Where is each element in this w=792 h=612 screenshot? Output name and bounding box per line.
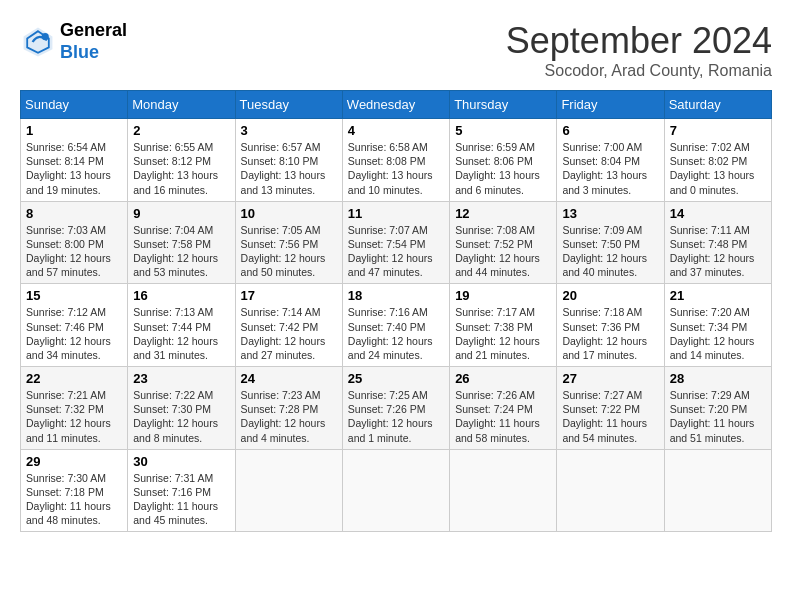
calendar-cell: 25Sunrise: 7:25 AM Sunset: 7:26 PM Dayli… xyxy=(342,367,449,450)
day-number: 2 xyxy=(133,123,229,138)
day-info: Sunrise: 7:25 AM Sunset: 7:26 PM Dayligh… xyxy=(348,388,444,445)
logo: General Blue xyxy=(20,20,127,63)
calendar-cell: 6Sunrise: 7:00 AM Sunset: 8:04 PM Daylig… xyxy=(557,119,664,202)
title-block: September 2024 Socodor, Arad County, Rom… xyxy=(506,20,772,80)
calendar-cell: 27Sunrise: 7:27 AM Sunset: 7:22 PM Dayli… xyxy=(557,367,664,450)
col-friday: Friday xyxy=(557,91,664,119)
day-info: Sunrise: 7:00 AM Sunset: 8:04 PM Dayligh… xyxy=(562,140,658,197)
logo-text: General Blue xyxy=(60,20,127,63)
calendar-cell: 28Sunrise: 7:29 AM Sunset: 7:20 PM Dayli… xyxy=(664,367,771,450)
day-number: 7 xyxy=(670,123,766,138)
calendar-cell xyxy=(557,449,664,532)
day-number: 24 xyxy=(241,371,337,386)
day-number: 25 xyxy=(348,371,444,386)
calendar-cell: 13Sunrise: 7:09 AM Sunset: 7:50 PM Dayli… xyxy=(557,201,664,284)
calendar-cell: 19Sunrise: 7:17 AM Sunset: 7:38 PM Dayli… xyxy=(450,284,557,367)
day-number: 10 xyxy=(241,206,337,221)
day-info: Sunrise: 7:13 AM Sunset: 7:44 PM Dayligh… xyxy=(133,305,229,362)
day-info: Sunrise: 7:17 AM Sunset: 7:38 PM Dayligh… xyxy=(455,305,551,362)
day-number: 30 xyxy=(133,454,229,469)
calendar-cell: 23Sunrise: 7:22 AM Sunset: 7:30 PM Dayli… xyxy=(128,367,235,450)
day-number: 28 xyxy=(670,371,766,386)
day-info: Sunrise: 7:26 AM Sunset: 7:24 PM Dayligh… xyxy=(455,388,551,445)
col-monday: Monday xyxy=(128,91,235,119)
svg-point-2 xyxy=(42,33,49,40)
day-info: Sunrise: 7:02 AM Sunset: 8:02 PM Dayligh… xyxy=(670,140,766,197)
day-number: 22 xyxy=(26,371,122,386)
calendar-cell: 4Sunrise: 6:58 AM Sunset: 8:08 PM Daylig… xyxy=(342,119,449,202)
calendar-cell: 30Sunrise: 7:31 AM Sunset: 7:16 PM Dayli… xyxy=(128,449,235,532)
calendar-cell xyxy=(342,449,449,532)
day-number: 9 xyxy=(133,206,229,221)
calendar-row-1: 1Sunrise: 6:54 AM Sunset: 8:14 PM Daylig… xyxy=(21,119,772,202)
calendar-cell: 3Sunrise: 6:57 AM Sunset: 8:10 PM Daylig… xyxy=(235,119,342,202)
day-number: 1 xyxy=(26,123,122,138)
day-number: 17 xyxy=(241,288,337,303)
calendar-cell: 29Sunrise: 7:30 AM Sunset: 7:18 PM Dayli… xyxy=(21,449,128,532)
month-title: September 2024 xyxy=(506,20,772,62)
day-number: 16 xyxy=(133,288,229,303)
day-number: 19 xyxy=(455,288,551,303)
day-info: Sunrise: 7:27 AM Sunset: 7:22 PM Dayligh… xyxy=(562,388,658,445)
calendar-cell: 12Sunrise: 7:08 AM Sunset: 7:52 PM Dayli… xyxy=(450,201,557,284)
day-info: Sunrise: 7:09 AM Sunset: 7:50 PM Dayligh… xyxy=(562,223,658,280)
day-info: Sunrise: 7:30 AM Sunset: 7:18 PM Dayligh… xyxy=(26,471,122,528)
calendar-cell: 22Sunrise: 7:21 AM Sunset: 7:32 PM Dayli… xyxy=(21,367,128,450)
day-info: Sunrise: 6:54 AM Sunset: 8:14 PM Dayligh… xyxy=(26,140,122,197)
calendar-cell: 15Sunrise: 7:12 AM Sunset: 7:46 PM Dayli… xyxy=(21,284,128,367)
day-info: Sunrise: 6:57 AM Sunset: 8:10 PM Dayligh… xyxy=(241,140,337,197)
day-info: Sunrise: 7:20 AM Sunset: 7:34 PM Dayligh… xyxy=(670,305,766,362)
day-number: 20 xyxy=(562,288,658,303)
day-info: Sunrise: 7:18 AM Sunset: 7:36 PM Dayligh… xyxy=(562,305,658,362)
day-info: Sunrise: 7:29 AM Sunset: 7:20 PM Dayligh… xyxy=(670,388,766,445)
calendar-cell: 18Sunrise: 7:16 AM Sunset: 7:40 PM Dayli… xyxy=(342,284,449,367)
calendar-cell: 5Sunrise: 6:59 AM Sunset: 8:06 PM Daylig… xyxy=(450,119,557,202)
day-info: Sunrise: 7:31 AM Sunset: 7:16 PM Dayligh… xyxy=(133,471,229,528)
calendar-cell: 21Sunrise: 7:20 AM Sunset: 7:34 PM Dayli… xyxy=(664,284,771,367)
day-number: 4 xyxy=(348,123,444,138)
calendar-table: Sunday Monday Tuesday Wednesday Thursday… xyxy=(20,90,772,532)
day-number: 15 xyxy=(26,288,122,303)
day-number: 29 xyxy=(26,454,122,469)
col-wednesday: Wednesday xyxy=(342,91,449,119)
day-info: Sunrise: 6:58 AM Sunset: 8:08 PM Dayligh… xyxy=(348,140,444,197)
calendar-cell: 8Sunrise: 7:03 AM Sunset: 8:00 PM Daylig… xyxy=(21,201,128,284)
calendar-cell: 16Sunrise: 7:13 AM Sunset: 7:44 PM Dayli… xyxy=(128,284,235,367)
col-saturday: Saturday xyxy=(664,91,771,119)
day-info: Sunrise: 7:16 AM Sunset: 7:40 PM Dayligh… xyxy=(348,305,444,362)
calendar-row-5: 29Sunrise: 7:30 AM Sunset: 7:18 PM Dayli… xyxy=(21,449,772,532)
day-info: Sunrise: 7:07 AM Sunset: 7:54 PM Dayligh… xyxy=(348,223,444,280)
day-number: 6 xyxy=(562,123,658,138)
day-number: 11 xyxy=(348,206,444,221)
page-header: General Blue September 2024 Socodor, Ara… xyxy=(20,20,772,80)
day-number: 12 xyxy=(455,206,551,221)
location: Socodor, Arad County, Romania xyxy=(506,62,772,80)
day-info: Sunrise: 7:21 AM Sunset: 7:32 PM Dayligh… xyxy=(26,388,122,445)
col-tuesday: Tuesday xyxy=(235,91,342,119)
day-number: 27 xyxy=(562,371,658,386)
calendar-cell: 24Sunrise: 7:23 AM Sunset: 7:28 PM Dayli… xyxy=(235,367,342,450)
day-info: Sunrise: 7:14 AM Sunset: 7:42 PM Dayligh… xyxy=(241,305,337,362)
calendar-row-3: 15Sunrise: 7:12 AM Sunset: 7:46 PM Dayli… xyxy=(21,284,772,367)
day-info: Sunrise: 7:11 AM Sunset: 7:48 PM Dayligh… xyxy=(670,223,766,280)
col-sunday: Sunday xyxy=(21,91,128,119)
calendar-cell: 2Sunrise: 6:55 AM Sunset: 8:12 PM Daylig… xyxy=(128,119,235,202)
day-number: 21 xyxy=(670,288,766,303)
calendar-cell: 14Sunrise: 7:11 AM Sunset: 7:48 PM Dayli… xyxy=(664,201,771,284)
calendar-cell: 7Sunrise: 7:02 AM Sunset: 8:02 PM Daylig… xyxy=(664,119,771,202)
day-info: Sunrise: 7:22 AM Sunset: 7:30 PM Dayligh… xyxy=(133,388,229,445)
day-info: Sunrise: 7:12 AM Sunset: 7:46 PM Dayligh… xyxy=(26,305,122,362)
day-info: Sunrise: 7:05 AM Sunset: 7:56 PM Dayligh… xyxy=(241,223,337,280)
calendar-cell: 20Sunrise: 7:18 AM Sunset: 7:36 PM Dayli… xyxy=(557,284,664,367)
calendar-cell: 9Sunrise: 7:04 AM Sunset: 7:58 PM Daylig… xyxy=(128,201,235,284)
calendar-cell xyxy=(450,449,557,532)
calendar-cell xyxy=(235,449,342,532)
col-thursday: Thursday xyxy=(450,91,557,119)
day-number: 13 xyxy=(562,206,658,221)
calendar-cell: 1Sunrise: 6:54 AM Sunset: 8:14 PM Daylig… xyxy=(21,119,128,202)
calendar-row-4: 22Sunrise: 7:21 AM Sunset: 7:32 PM Dayli… xyxy=(21,367,772,450)
calendar-header-row: Sunday Monday Tuesday Wednesday Thursday… xyxy=(21,91,772,119)
calendar-cell: 17Sunrise: 7:14 AM Sunset: 7:42 PM Dayli… xyxy=(235,284,342,367)
day-info: Sunrise: 7:23 AM Sunset: 7:28 PM Dayligh… xyxy=(241,388,337,445)
day-info: Sunrise: 7:04 AM Sunset: 7:58 PM Dayligh… xyxy=(133,223,229,280)
